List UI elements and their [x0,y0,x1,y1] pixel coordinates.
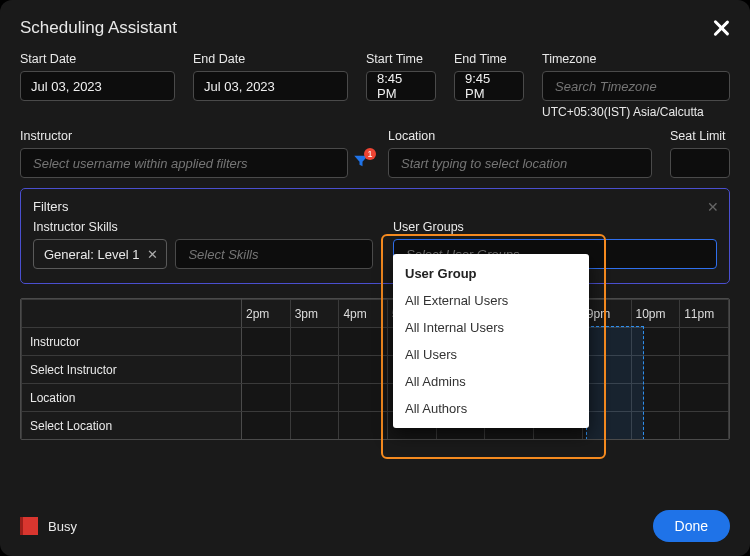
done-button[interactable]: Done [653,510,730,542]
dropdown-item[interactable]: All Admins [393,368,589,395]
instructor-input[interactable] [20,148,348,178]
hour-col: 10pm [631,300,680,328]
end-date-label: End Date [193,52,348,66]
user-groups-label: User Groups [393,220,717,234]
end-date-input[interactable]: Jul 03, 2023 [193,71,348,101]
skill-chip[interactable]: General: Level 1 ✕ [33,239,167,269]
filter-icon[interactable]: 1 [352,152,370,174]
location-search[interactable] [399,155,641,172]
timezone-hint: UTC+05:30(IST) Asia/Calcutta [542,105,730,119]
schedule-header-row: 2pm 3pm 4pm 5pm 6pm 7pm 8pm 9pm 10pm 11p… [22,300,729,328]
row-label[interactable]: Select Location [22,412,242,440]
location-input[interactable] [388,148,652,178]
close-icon[interactable] [712,19,730,37]
start-time-input[interactable]: 8:45 PM [366,71,436,101]
filters-title: Filters [33,199,717,214]
skill-chip-label: General: Level 1 [44,247,139,262]
busy-swatch [20,517,38,535]
filter-badge: 1 [364,148,376,160]
dropdown-item[interactable]: All External Users [393,287,589,314]
dropdown-item[interactable]: All Internal Users [393,314,589,341]
hour-col: 3pm [290,300,339,328]
end-time-label: End Time [454,52,524,66]
row-label[interactable]: Select Instructor [22,356,242,384]
filters-panel: ✕ Filters Instructor Skills General: Lev… [20,188,730,284]
timezone-search[interactable] [553,78,719,95]
hour-col: 9pm [582,300,631,328]
schedule-row: Location [22,384,729,412]
schedule-row: Select Instructor [22,356,729,384]
busy-label: Busy [48,519,77,534]
seat-limit-value[interactable] [681,155,719,172]
schedule-grid: 2pm 3pm 4pm 5pm 6pm 7pm 8pm 9pm 10pm 11p… [20,298,730,440]
end-time-input[interactable]: 9:45 PM [454,71,524,101]
chip-remove-icon[interactable]: ✕ [147,247,158,262]
legend: Busy [20,517,77,535]
start-date-input[interactable]: Jul 03, 2023 [20,71,175,101]
schedule-row: Select Location [22,412,729,440]
start-time-label: Start Time [366,52,436,66]
location-label: Location [388,129,652,143]
schedule-row: Instructor [22,328,729,356]
instructor-search[interactable] [31,155,337,172]
skills-input[interactable] [175,239,373,269]
timezone-label: Timezone [542,52,730,66]
user-groups-dropdown: User Group All External Users All Intern… [393,254,589,428]
hour-col: 4pm [339,300,388,328]
hour-col: 2pm [242,300,291,328]
dialog-title: Scheduling Assistant [20,18,177,38]
start-date-label: Start Date [20,52,175,66]
timezone-input[interactable] [542,71,730,101]
row-label: Location [22,384,242,412]
skills-search[interactable] [186,246,362,263]
seat-limit-label: Seat Limit [670,129,730,143]
filters-close-icon[interactable]: ✕ [707,199,719,215]
instructor-label: Instructor [20,129,370,143]
row-label: Instructor [22,328,242,356]
dropdown-item[interactable]: All Users [393,341,589,368]
seat-limit-input[interactable] [670,148,730,178]
dropdown-item[interactable]: All Authors [393,395,589,422]
hour-col: 11pm [680,300,729,328]
dropdown-header: User Group [393,260,589,287]
skills-label: Instructor Skills [33,220,373,234]
